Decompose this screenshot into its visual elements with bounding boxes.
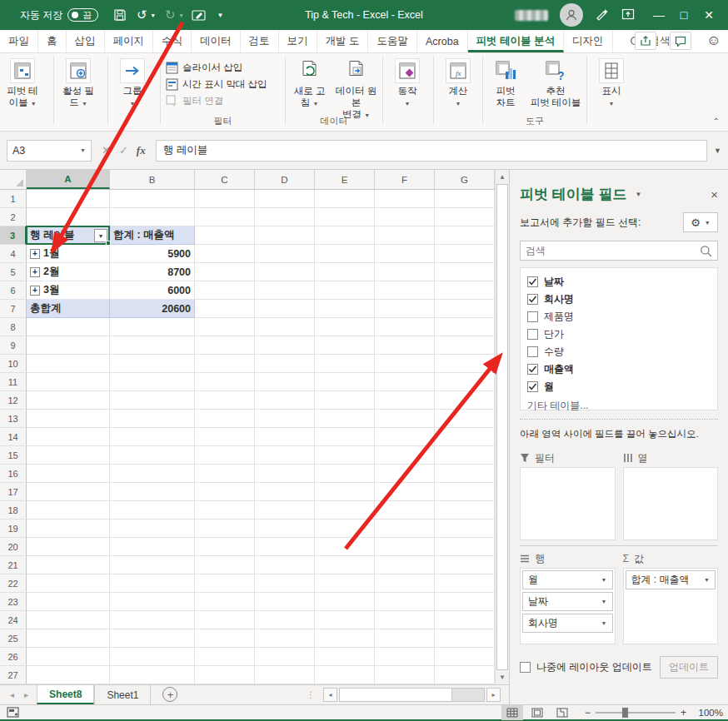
- defer-layout-checkbox[interactable]: 나중에 레이아웃 업데이트: [520, 660, 652, 674]
- cell-A23[interactable]: [27, 593, 110, 611]
- cell-E5[interactable]: [315, 263, 375, 281]
- refresh-button[interactable]: 새로 고침 ▼: [289, 58, 330, 110]
- cell-G7[interactable]: [435, 300, 495, 318]
- expand-icon[interactable]: +: [30, 249, 40, 259]
- avatar[interactable]: [560, 3, 583, 27]
- cell-D9[interactable]: [255, 336, 315, 355]
- undo-dropdown-icon[interactable]: ▼: [150, 12, 158, 18]
- tab-insert[interactable]: 삽입: [67, 30, 105, 52]
- cell-F3[interactable]: [375, 226, 435, 245]
- pane-splitter[interactable]: [520, 419, 718, 420]
- cell-D12[interactable]: [255, 391, 315, 410]
- cell-C9[interactable]: [195, 336, 255, 355]
- cell-E1[interactable]: [315, 190, 375, 208]
- scroll-right-icon[interactable]: ▸: [486, 688, 501, 702]
- cell-B27[interactable]: [110, 666, 195, 684]
- cell-G11[interactable]: [435, 373, 495, 391]
- cell-C27[interactable]: [195, 666, 255, 684]
- cell-C12[interactable]: [195, 391, 255, 410]
- row-header-25[interactable]: 25: [0, 629, 27, 648]
- cell-D22[interactable]: [255, 574, 315, 593]
- ribbon-display-options-icon[interactable]: [621, 7, 635, 23]
- cell-A26[interactable]: [27, 648, 110, 666]
- cell-E15[interactable]: [315, 446, 375, 465]
- row-header-9[interactable]: 9: [0, 336, 27, 355]
- cell-G21[interactable]: [435, 556, 495, 574]
- column-header-E[interactable]: E: [315, 170, 375, 189]
- cell-E26[interactable]: [315, 648, 375, 666]
- active-field-button[interactable]: 활성 필드 ▼: [57, 58, 99, 110]
- cell-E16[interactable]: [315, 465, 375, 483]
- checkbox-unchecked-icon[interactable]: [527, 346, 538, 357]
- cell-B10[interactable]: [110, 355, 195, 373]
- cell-A14[interactable]: [27, 428, 110, 446]
- tab-help[interactable]: 도움말: [368, 30, 417, 52]
- cell-B6[interactable]: 6000: [110, 281, 195, 300]
- cell-E14[interactable]: [315, 428, 375, 446]
- checkbox-checked-icon[interactable]: [527, 276, 538, 287]
- cell-G20[interactable]: [435, 538, 495, 556]
- field-item-매출액[interactable]: 매출액: [527, 360, 711, 378]
- sheet-tab-Sheet8[interactable]: Sheet8: [37, 685, 94, 704]
- cell-E11[interactable]: [315, 373, 375, 391]
- tab-data[interactable]: 데이터: [192, 30, 241, 52]
- cell-D13[interactable]: [255, 410, 315, 428]
- cell-A21[interactable]: [27, 556, 110, 574]
- cell-G25[interactable]: [435, 629, 495, 648]
- cell-D21[interactable]: [255, 556, 315, 574]
- cell-G3[interactable]: [435, 226, 495, 245]
- row-header-20[interactable]: 20: [0, 538, 27, 556]
- cell-F2[interactable]: [375, 208, 435, 226]
- cell-E21[interactable]: [315, 556, 375, 574]
- cell-F17[interactable]: [375, 483, 435, 501]
- tab-developer[interactable]: 개발 도: [317, 30, 369, 52]
- field-item-수량[interactable]: 수량: [527, 343, 711, 360]
- row-header-4[interactable]: 4: [0, 245, 27, 263]
- rows-field-회사명[interactable]: 회사명▼: [522, 614, 613, 633]
- cell-G24[interactable]: [435, 611, 495, 629]
- collapse-ribbon-icon[interactable]: ⌃: [713, 117, 720, 126]
- cell-E10[interactable]: [315, 355, 375, 373]
- cell-E3[interactable]: [315, 226, 375, 245]
- cell-E8[interactable]: [315, 318, 375, 336]
- group-button[interactable]: 그룹▼: [112, 58, 153, 110]
- cell-C15[interactable]: [195, 446, 255, 465]
- cell-G10[interactable]: [435, 355, 495, 373]
- cell-C11[interactable]: [195, 373, 255, 391]
- row-header-13[interactable]: 13: [0, 410, 27, 428]
- cell-A4[interactable]: +1월: [27, 245, 110, 263]
- cell-D16[interactable]: [255, 465, 315, 483]
- cell-B11[interactable]: [110, 373, 195, 391]
- cell-C22[interactable]: [195, 574, 255, 593]
- pivotchart-button[interactable]: 피벗차트: [486, 58, 525, 108]
- cell-F7[interactable]: [375, 300, 435, 318]
- column-header-G[interactable]: G: [435, 170, 495, 189]
- ink-pen-icon[interactable]: [188, 5, 208, 25]
- formula-input[interactable]: 행 레이블: [156, 140, 707, 162]
- cell-F10[interactable]: [375, 355, 435, 373]
- sheet-view-icon[interactable]: [7, 707, 19, 718]
- cell-B3[interactable]: 합계 : 매출액: [110, 226, 195, 245]
- cell-D25[interactable]: [255, 629, 315, 648]
- cell-F22[interactable]: [375, 574, 435, 593]
- cell-G15[interactable]: [435, 446, 495, 465]
- rows-field-날짜[interactable]: 날짜▼: [522, 592, 613, 611]
- row-header-6[interactable]: 6: [0, 281, 27, 300]
- cell-G17[interactable]: [435, 483, 495, 501]
- cell-C5[interactable]: [195, 263, 255, 281]
- cell-F1[interactable]: [375, 190, 435, 208]
- cell-G5[interactable]: [435, 263, 495, 281]
- page-break-preview-button[interactable]: [551, 705, 573, 720]
- cell-F27[interactable]: [375, 666, 435, 684]
- cell-B17[interactable]: [110, 483, 195, 501]
- cell-D17[interactable]: [255, 483, 315, 501]
- cell-A27[interactable]: [27, 666, 110, 684]
- rows-field-월[interactable]: 월▼: [522, 570, 613, 589]
- cell-B16[interactable]: [110, 465, 195, 483]
- cell-C1[interactable]: [195, 190, 255, 208]
- cell-D5[interactable]: [255, 263, 315, 281]
- cell-B25[interactable]: [110, 629, 195, 648]
- select-all-button[interactable]: [0, 170, 27, 189]
- cell-E12[interactable]: [315, 391, 375, 410]
- cell-E9[interactable]: [315, 336, 375, 355]
